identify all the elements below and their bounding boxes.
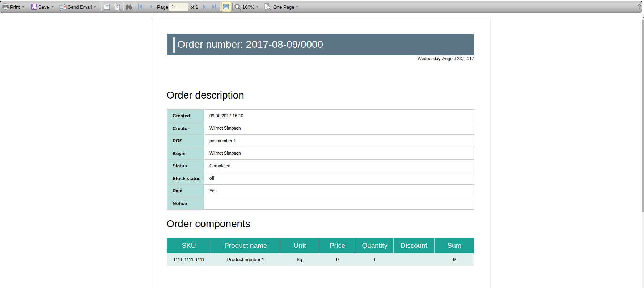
svg-text:?: ? <box>116 5 118 9</box>
